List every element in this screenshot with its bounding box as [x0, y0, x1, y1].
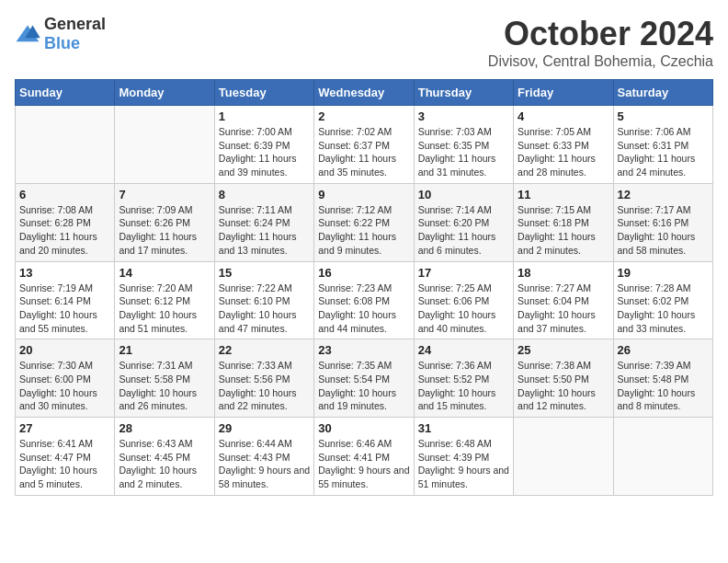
- calendar-cell: [613, 418, 712, 496]
- calendar-cell: 18Sunrise: 7:27 AM Sunset: 6:04 PM Dayli…: [514, 261, 613, 339]
- logo-blue: Blue: [44, 34, 80, 52]
- logo-icon: [15, 24, 40, 44]
- logo-text: General Blue: [44, 15, 106, 53]
- calendar-cell: 15Sunrise: 7:22 AM Sunset: 6:10 PM Dayli…: [214, 261, 313, 339]
- day-number: 12: [618, 188, 709, 201]
- calendar-cell: 11Sunrise: 7:15 AM Sunset: 6:18 PM Dayli…: [514, 183, 613, 261]
- cell-content: Sunrise: 7:19 AM Sunset: 6:14 PM Dayligh…: [19, 282, 110, 336]
- calendar-cell: 14Sunrise: 7:20 AM Sunset: 6:12 PM Dayli…: [115, 261, 214, 339]
- day-number: 17: [418, 266, 509, 280]
- cell-content: Sunrise: 7:03 AM Sunset: 6:35 PM Dayligh…: [418, 125, 509, 179]
- day-number: 23: [318, 343, 409, 357]
- calendar-cell: 2Sunrise: 7:02 AM Sunset: 6:37 PM Daylig…: [314, 106, 414, 184]
- cell-content: Sunrise: 7:12 AM Sunset: 6:22 PM Dayligh…: [318, 203, 409, 258]
- cell-content: Sunrise: 7:38 AM Sunset: 5:50 PM Dayligh…: [518, 359, 609, 413]
- calendar-cell: 16Sunrise: 7:23 AM Sunset: 6:08 PM Dayli…: [314, 261, 414, 339]
- weekday-header-cell: Sunday: [16, 80, 115, 106]
- weekday-header-cell: Wednesday: [314, 80, 414, 106]
- day-number: 9: [318, 188, 409, 201]
- calendar-cell: 3Sunrise: 7:03 AM Sunset: 6:35 PM Daylig…: [414, 106, 513, 184]
- day-number: 30: [318, 421, 409, 435]
- cell-content: Sunrise: 7:00 AM Sunset: 6:39 PM Dayligh…: [219, 125, 310, 179]
- calendar-week-row: 6Sunrise: 7:08 AM Sunset: 6:28 PM Daylig…: [16, 183, 713, 261]
- day-number: 22: [219, 343, 310, 357]
- cell-content: Sunrise: 7:06 AM Sunset: 6:31 PM Dayligh…: [618, 125, 709, 179]
- day-number: 26: [618, 343, 709, 357]
- cell-content: Sunrise: 7:25 AM Sunset: 6:06 PM Dayligh…: [418, 282, 509, 336]
- cell-content: Sunrise: 7:36 AM Sunset: 5:52 PM Dayligh…: [418, 359, 509, 413]
- day-number: 4: [518, 109, 609, 123]
- cell-content: Sunrise: 7:08 AM Sunset: 6:28 PM Dayligh…: [19, 203, 110, 258]
- calendar-cell: 5Sunrise: 7:06 AM Sunset: 6:31 PM Daylig…: [613, 106, 712, 184]
- calendar-cell: 26Sunrise: 7:39 AM Sunset: 5:48 PM Dayli…: [613, 339, 712, 418]
- calendar-week-row: 1Sunrise: 7:00 AM Sunset: 6:39 PM Daylig…: [16, 106, 713, 184]
- day-number: 3: [418, 109, 509, 123]
- calendar-cell: 8Sunrise: 7:11 AM Sunset: 6:24 PM Daylig…: [214, 183, 313, 261]
- cell-content: Sunrise: 7:27 AM Sunset: 6:04 PM Dayligh…: [518, 282, 609, 336]
- cell-content: Sunrise: 6:46 AM Sunset: 4:41 PM Dayligh…: [318, 437, 409, 491]
- weekday-header: SundayMondayTuesdayWednesdayThursdayFrid…: [16, 80, 713, 106]
- calendar-cell: 27Sunrise: 6:41 AM Sunset: 4:47 PM Dayli…: [16, 418, 115, 496]
- calendar-week-row: 13Sunrise: 7:19 AM Sunset: 6:14 PM Dayli…: [16, 261, 713, 339]
- calendar-cell: 19Sunrise: 7:28 AM Sunset: 6:02 PM Dayli…: [613, 261, 712, 339]
- location-title: Divisov, Central Bohemia, Czechia: [488, 53, 713, 70]
- calendar-cell: 17Sunrise: 7:25 AM Sunset: 6:06 PM Dayli…: [414, 261, 513, 339]
- day-number: 25: [518, 343, 609, 357]
- day-number: 19: [618, 266, 709, 280]
- weekday-header-cell: Tuesday: [214, 80, 313, 106]
- cell-content: Sunrise: 7:28 AM Sunset: 6:02 PM Dayligh…: [618, 282, 709, 336]
- title-area: October 2024 Divisov, Central Bohemia, C…: [488, 15, 713, 70]
- calendar-cell: 28Sunrise: 6:43 AM Sunset: 4:45 PM Dayli…: [115, 418, 214, 496]
- day-number: 14: [119, 266, 210, 280]
- day-number: 21: [119, 343, 210, 357]
- calendar-cell: 10Sunrise: 7:14 AM Sunset: 6:20 PM Dayli…: [414, 183, 513, 261]
- logo-general: General: [44, 15, 106, 33]
- day-number: 8: [219, 188, 310, 201]
- day-number: 16: [318, 266, 409, 280]
- day-number: 27: [19, 421, 110, 435]
- month-title: October 2024: [488, 15, 713, 53]
- day-number: 29: [219, 421, 310, 435]
- cell-content: Sunrise: 7:14 AM Sunset: 6:20 PM Dayligh…: [418, 203, 509, 258]
- cell-content: Sunrise: 7:17 AM Sunset: 6:16 PM Dayligh…: [618, 203, 709, 258]
- calendar-cell: 1Sunrise: 7:00 AM Sunset: 6:39 PM Daylig…: [214, 106, 313, 184]
- cell-content: Sunrise: 7:23 AM Sunset: 6:08 PM Dayligh…: [318, 282, 409, 336]
- calendar-cell: 22Sunrise: 7:33 AM Sunset: 5:56 PM Dayli…: [214, 339, 313, 418]
- calendar-cell: 12Sunrise: 7:17 AM Sunset: 6:16 PM Dayli…: [613, 183, 712, 261]
- cell-content: Sunrise: 7:09 AM Sunset: 6:26 PM Dayligh…: [119, 203, 210, 258]
- cell-content: Sunrise: 7:02 AM Sunset: 6:37 PM Dayligh…: [318, 125, 409, 179]
- day-number: 20: [19, 343, 110, 357]
- day-number: 28: [119, 421, 210, 435]
- day-number: 7: [119, 188, 210, 201]
- day-number: 18: [518, 266, 609, 280]
- day-number: 5: [618, 109, 709, 123]
- cell-content: Sunrise: 6:43 AM Sunset: 4:45 PM Dayligh…: [119, 437, 210, 491]
- day-number: 6: [19, 188, 110, 201]
- weekday-header-cell: Friday: [514, 80, 613, 106]
- calendar-cell: 24Sunrise: 7:36 AM Sunset: 5:52 PM Dayli…: [414, 339, 513, 418]
- calendar-cell: 20Sunrise: 7:30 AM Sunset: 6:00 PM Dayli…: [16, 339, 115, 418]
- calendar-body: 1Sunrise: 7:00 AM Sunset: 6:39 PM Daylig…: [16, 106, 713, 496]
- calendar-cell: [16, 106, 115, 184]
- cell-content: Sunrise: 7:31 AM Sunset: 5:58 PM Dayligh…: [119, 359, 210, 413]
- cell-content: Sunrise: 6:44 AM Sunset: 4:43 PM Dayligh…: [219, 437, 310, 491]
- weekday-header-cell: Thursday: [414, 80, 513, 106]
- day-number: 1: [219, 109, 310, 123]
- calendar-cell: 4Sunrise: 7:05 AM Sunset: 6:33 PM Daylig…: [514, 106, 613, 184]
- calendar-week-row: 20Sunrise: 7:30 AM Sunset: 6:00 PM Dayli…: [16, 339, 713, 418]
- day-number: 13: [19, 266, 110, 280]
- calendar-cell: [514, 418, 613, 496]
- day-number: 31: [418, 421, 509, 435]
- calendar-cell: 9Sunrise: 7:12 AM Sunset: 6:22 PM Daylig…: [314, 183, 414, 261]
- weekday-header-cell: Monday: [115, 80, 214, 106]
- weekday-header-cell: Saturday: [613, 80, 712, 106]
- cell-content: Sunrise: 7:30 AM Sunset: 6:00 PM Dayligh…: [19, 359, 110, 413]
- cell-content: Sunrise: 7:22 AM Sunset: 6:10 PM Dayligh…: [219, 282, 310, 336]
- calendar-table: SundayMondayTuesdayWednesdayThursdayFrid…: [15, 79, 713, 496]
- day-number: 11: [518, 188, 609, 201]
- day-number: 2: [318, 109, 409, 123]
- cell-content: Sunrise: 7:39 AM Sunset: 5:48 PM Dayligh…: [618, 359, 709, 413]
- cell-content: Sunrise: 6:41 AM Sunset: 4:47 PM Dayligh…: [19, 437, 110, 491]
- calendar-cell: 23Sunrise: 7:35 AM Sunset: 5:54 PM Dayli…: [314, 339, 414, 418]
- logo: General Blue: [15, 15, 106, 53]
